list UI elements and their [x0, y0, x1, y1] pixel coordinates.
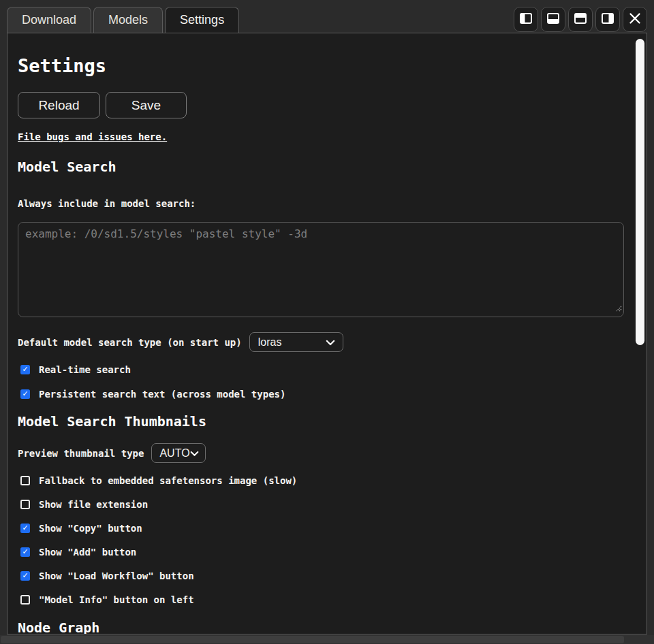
horizontal-scrollbar-track[interactable] [0, 635, 654, 644]
checkbox-label: Show "Load Workflow" button [39, 570, 194, 581]
show-load-workflow-checkbox[interactable] [20, 571, 30, 581]
horizontal-scrollbar-thumb[interactable] [1, 636, 624, 643]
tab-bar: Download Models Settings [0, 0, 654, 33]
settings-panel: Settings Reload Save File bugs and issue… [7, 33, 647, 634]
dock-right-icon [601, 12, 614, 27]
checkbox-row-show-copy-button: Show "Copy" button [20, 523, 624, 533]
close-button[interactable] [623, 7, 647, 32]
show-add-button-checkbox[interactable] [20, 547, 30, 557]
checkbox-row-realtime-search: Real-time search [20, 364, 624, 374]
tab-label: Settings [180, 13, 224, 27]
always-include-textarea[interactable] [18, 222, 624, 317]
model-search-heading: Model Search [18, 159, 624, 175]
tab-models[interactable]: Models [93, 7, 163, 33]
show-copy-button-checkbox[interactable] [20, 524, 30, 533]
tab-download[interactable]: Download [7, 7, 91, 33]
persistent-search-checkbox[interactable] [20, 389, 30, 399]
dock-left-icon [519, 12, 533, 27]
reload-button[interactable]: Reload [18, 92, 100, 118]
always-include-wrapper [18, 222, 624, 317]
dock-top-icon [574, 12, 587, 27]
tab-settings[interactable]: Settings [165, 7, 239, 33]
checkbox-row-show-file-extension: Show file extension [20, 499, 624, 509]
file-bugs-link[interactable]: File bugs and issues here. [18, 132, 167, 142]
node-graph-heading: Node Graph [18, 619, 624, 634]
tab-label: Download [22, 13, 76, 27]
checkbox-label: Show "Copy" button [39, 523, 142, 534]
page-title: Settings [18, 55, 624, 77]
checkbox-label: Real-time search [39, 364, 131, 375]
checkbox-row-show-load-workflow-button: Show "Load Workflow" button [20, 570, 624, 581]
show-file-extension-checkbox[interactable] [20, 500, 30, 509]
chevron-down-icon [190, 447, 199, 460]
checkbox-label: Show "Add" button [39, 547, 136, 558]
dock-right-button[interactable] [595, 7, 620, 32]
default-search-type-label: Default model search type (on start up) [18, 337, 242, 348]
close-icon [629, 12, 641, 27]
model-info-left-checkbox[interactable] [20, 595, 30, 605]
dock-left-button[interactable] [514, 7, 538, 32]
checkbox-row-show-add-button: Show "Add" button [20, 547, 624, 557]
dock-top-button[interactable] [568, 7, 593, 32]
tab-label: Models [108, 13, 148, 27]
action-buttons: Reload Save [18, 92, 624, 118]
dock-bottom-icon [546, 12, 560, 27]
realtime-search-checkbox[interactable] [20, 365, 30, 374]
checkbox-row-persistent-search: Persistent search text (across model typ… [20, 389, 624, 399]
default-search-type-select[interactable]: loras [249, 332, 343, 352]
checkbox-label: Fallback to embedded safetensors image (… [39, 475, 297, 486]
window-controls [514, 7, 647, 32]
preview-thumbnail-type-select[interactable]: AUTO [151, 443, 206, 463]
checkbox-label: "Model Info" button on left [39, 594, 194, 605]
vertical-scrollbar-thumb[interactable] [636, 39, 644, 345]
checkbox-row-model-info-left: "Model Info" button on left [20, 594, 624, 605]
select-value: loras [258, 336, 282, 349]
preview-thumbnail-type-label: Preview thumbnail type [18, 448, 144, 459]
select-value: AUTO [159, 447, 189, 460]
thumbnails-heading: Model Search Thumbnails [18, 413, 624, 430]
save-button[interactable]: Save [106, 92, 187, 118]
chevron-down-icon [326, 336, 335, 349]
default-search-type-row: Default model search type (on start up) … [18, 332, 624, 352]
preview-thumbnail-type-row: Preview thumbnail type AUTO [18, 443, 624, 463]
checkbox-label: Show file extension [39, 499, 148, 510]
checkbox-row-fallback-safetensors: Fallback to embedded safetensors image (… [20, 475, 624, 485]
checkbox-label: Persistent search text (across model typ… [39, 389, 285, 400]
fallback-safetensors-checkbox[interactable] [20, 476, 30, 485]
dock-bottom-button[interactable] [541, 7, 565, 32]
always-include-label: Always include in model search: [18, 199, 624, 209]
